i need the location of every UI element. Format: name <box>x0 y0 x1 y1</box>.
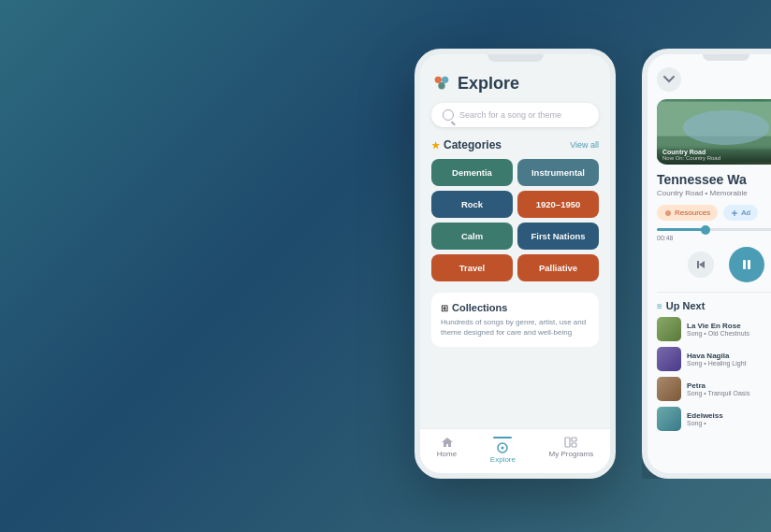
up-next-icon: ≡ <box>657 301 662 311</box>
categories-grid: Dementia Instrumental Rock 1920–1950 Cal… <box>431 159 599 281</box>
search-icon <box>443 109 454 121</box>
svg-point-10 <box>683 110 770 145</box>
queue-song-lavie: La Vie En Rose <box>687 322 771 330</box>
queue-song-edelweiss: Edelweiss <box>687 411 771 420</box>
star-icon: ★ <box>431 140 440 151</box>
nav-explore-label: Explore <box>490 455 516 464</box>
album-art: Country Road Now On: Country Road <box>657 99 771 165</box>
phone1-notch <box>487 54 544 62</box>
search-bar[interactable]: Search for a song or theme <box>431 103 599 127</box>
progress-fill <box>657 228 706 231</box>
queue-info-hava: Hava Nagila Song • Healing Light <box>687 352 771 367</box>
queue-song-petra: Petra <box>687 381 771 390</box>
category-instrumental[interactable]: Instrumental <box>517 159 599 186</box>
up-next-header: ≡ Up Next <box>657 300 771 311</box>
previous-button[interactable] <box>688 252 714 278</box>
queue-thumb-edelweiss <box>657 407 681 431</box>
queue-detail-hava: Song • Healing Light <box>687 360 771 367</box>
category-rock[interactable]: Rock <box>431 191 513 218</box>
progress-track <box>657 228 771 231</box>
search-placeholder: Search for a song or theme <box>459 110 561 120</box>
svg-point-12 <box>665 210 671 216</box>
category-palliative[interactable]: Palliative <box>517 254 599 281</box>
playback-controls <box>657 247 771 282</box>
category-1920[interactable]: 1920–1950 <box>517 191 599 218</box>
phone2-notch <box>703 54 749 61</box>
queue-item-edelweiss[interactable]: Edelweiss Song • <box>657 407 771 431</box>
explore-header: Explore <box>431 73 599 93</box>
resources-label: Resources <box>675 208 710 217</box>
player-phone: Country Road Now On: Country Road Tennes… <box>642 49 771 479</box>
category-dementia[interactable]: Dementia <box>431 159 513 186</box>
categories-title: Categories <box>444 138 502 151</box>
progress-bar[interactable] <box>657 228 771 231</box>
nav-myprograms[interactable]: My Programs <box>549 437 594 464</box>
queue-song-hava: Hava Nagila <box>687 352 771 360</box>
nav-home-label: Home <box>437 450 457 458</box>
time-display: 00:48 <box>657 235 771 241</box>
progress-thumb <box>701 225 710 235</box>
explore-phone: Explore Search for a song or theme ★ Cat… <box>415 49 616 479</box>
queue-thumb-hava <box>657 347 681 371</box>
svg-point-1 <box>442 77 448 83</box>
album-overlay: Country Road Now On: Country Road <box>657 145 771 165</box>
svg-rect-6 <box>572 438 576 441</box>
svg-rect-14 <box>732 212 737 213</box>
svg-rect-17 <box>743 260 746 269</box>
explore-logo-icon <box>431 73 452 93</box>
svg-point-2 <box>438 82 444 89</box>
queue-detail-edelweiss: Song • <box>687 420 771 426</box>
queue-item-petra[interactable]: Petra Song • Tranquil Oasis <box>657 377 771 401</box>
queue-detail-petra: Song • Tranquil Oasis <box>687 390 771 396</box>
explore-title: Explore <box>458 74 519 93</box>
queue-info-edelweiss: Edelweiss Song • <box>687 411 771 426</box>
view-all-link[interactable]: View all <box>570 140 599 150</box>
category-firstnations[interactable]: First Nations <box>517 223 599 250</box>
categories-title-row: ★ Categories <box>431 138 502 151</box>
svg-rect-18 <box>748 260 750 269</box>
nav-active-indicator <box>493 437 512 439</box>
up-next-title: Up Next <box>666 300 706 311</box>
nav-explore[interactable]: Explore <box>490 437 516 464</box>
action-buttons: Resources Ad <box>657 205 771 221</box>
song-subtitle: Country Road • Memorable <box>657 189 771 197</box>
collections-section: ⊞ Collections Hundreds of songs by genre… <box>431 293 599 347</box>
explore-nav-icon <box>495 442 510 453</box>
pause-button[interactable] <box>729 247 764 282</box>
queue-thumb-lavie <box>657 317 681 341</box>
queue-thumb-petra <box>657 377 681 401</box>
queue-item-lavie[interactable]: La Vie En Rose Song • Old Chestnuts <box>657 317 771 341</box>
svg-rect-5 <box>565 438 570 447</box>
categories-header: ★ Categories View all <box>431 138 599 151</box>
svg-marker-15 <box>699 261 705 268</box>
chevron-down-button[interactable] <box>657 67 681 92</box>
collections-icon: ⊞ <box>441 303 448 313</box>
up-next-section: ≡ Up Next La Vie En Rose Song • Old Ches… <box>657 292 771 431</box>
song-title: Tennessee Wa <box>657 172 771 187</box>
nav-myprograms-label: My Programs <box>549 450 594 458</box>
queue-info-lavie: La Vie En Rose Song • Old Chestnuts <box>687 322 771 337</box>
svg-rect-7 <box>572 443 576 447</box>
nav-home[interactable]: Home <box>437 437 457 464</box>
queue-item-hava[interactable]: Hava Nagila Song • Healing Light <box>657 347 771 371</box>
home-icon <box>440 437 455 448</box>
queue-info-petra: Petra Song • Tranquil Oasis <box>687 381 771 396</box>
collections-description: Hundreds of songs by genre, artist, use … <box>441 317 589 338</box>
svg-point-0 <box>435 77 442 83</box>
collections-header: ⊞ Collections <box>441 302 589 313</box>
category-travel[interactable]: Travel <box>431 254 513 281</box>
album-label: Country Road <box>662 149 771 155</box>
add-label: Ad <box>741 208 750 217</box>
add-button[interactable]: Ad <box>723 205 758 221</box>
svg-rect-16 <box>697 261 699 268</box>
collections-title: Collections <box>452 302 507 313</box>
bottom-nav: Home Explore My Programs <box>420 428 610 473</box>
album-sublabel: Now On: Country Road <box>662 155 771 161</box>
resources-button[interactable]: Resources <box>657 205 718 221</box>
svg-point-4 <box>502 447 504 450</box>
myprograms-icon <box>563 437 578 448</box>
category-calm[interactable]: Calm <box>431 223 513 250</box>
queue-detail-lavie: Song • Old Chestnuts <box>687 330 771 337</box>
